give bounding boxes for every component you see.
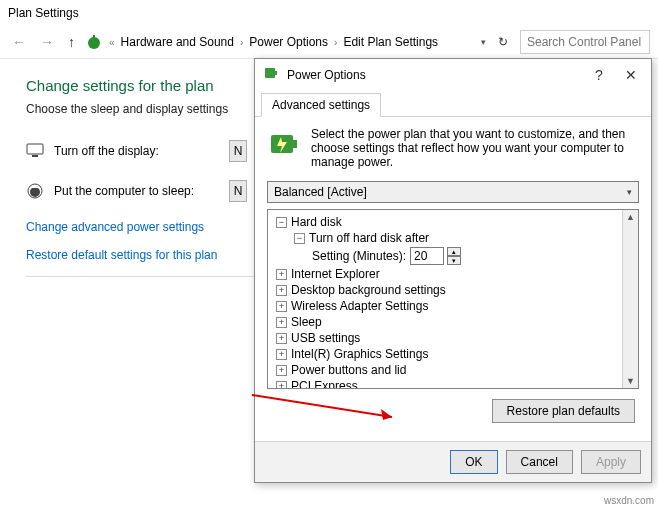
chevron-pre-icon: « (109, 37, 115, 48)
chevron-right-icon: › (240, 37, 243, 48)
scroll-up-icon[interactable]: ▲ (626, 210, 635, 224)
svg-line-9 (252, 395, 392, 417)
expand-icon[interactable]: + (276, 349, 287, 360)
dialog-title: Power Options (287, 68, 579, 82)
expand-icon[interactable]: + (276, 381, 287, 389)
tree-pci[interactable]: PCI Express (291, 379, 358, 388)
tab-bar: Advanced settings (255, 90, 651, 117)
crumb-power[interactable]: Power Options (249, 35, 328, 49)
spin-down-button[interactable]: ▾ (447, 256, 461, 265)
plan-dropdown[interactable]: Balanced [Active] ▾ (267, 181, 639, 203)
tree-wifi[interactable]: Wireless Adapter Settings (291, 299, 428, 313)
dialog-description: Select the power plan that you want to c… (311, 127, 639, 169)
sleep-label: Put the computer to sleep: (54, 184, 219, 198)
help-button[interactable]: ? (587, 67, 611, 83)
battery-large-icon (267, 127, 301, 169)
breadcrumb-dropdown[interactable]: ▾ (481, 37, 486, 47)
power-icon (85, 33, 103, 51)
forward-button[interactable]: → (36, 32, 58, 52)
expand-icon[interactable]: + (276, 365, 287, 376)
expand-icon[interactable]: + (276, 317, 287, 328)
svg-rect-5 (265, 68, 275, 78)
collapse-icon[interactable]: − (276, 217, 287, 228)
minutes-input[interactable]: 20 (410, 247, 444, 265)
breadcrumb: « Hardware and Sound › Power Options › E… (109, 35, 475, 49)
tab-advanced-settings[interactable]: Advanced settings (261, 93, 381, 117)
dialog-footer: OK Cancel Apply (255, 441, 651, 482)
svg-rect-3 (32, 155, 38, 157)
tree-sleep[interactable]: Sleep (291, 315, 322, 329)
close-button[interactable]: ✕ (619, 67, 643, 83)
expand-icon[interactable]: + (276, 333, 287, 344)
search-input[interactable] (520, 30, 650, 54)
tree-scrollbar[interactable]: ▲ ▼ (622, 210, 638, 388)
scroll-down-icon[interactable]: ▼ (626, 374, 635, 388)
window-title: Plan Settings (0, 0, 658, 26)
sleep-icon (26, 182, 44, 200)
expand-icon[interactable]: + (276, 285, 287, 296)
cancel-button[interactable]: Cancel (506, 450, 573, 474)
ok-button[interactable]: OK (450, 450, 497, 474)
tree-intel[interactable]: Intel(R) Graphics Settings (291, 347, 428, 361)
spin-up-button[interactable]: ▴ (447, 247, 461, 256)
display-icon (26, 142, 44, 160)
tree-ie[interactable]: Internet Explorer (291, 267, 380, 281)
plan-selected-value: Balanced [Active] (274, 185, 367, 199)
svg-rect-8 (293, 140, 297, 148)
sleep-dropdown[interactable]: N (229, 180, 247, 202)
setting-label: Setting (Minutes): (312, 249, 406, 263)
battery-icon (263, 65, 279, 84)
tree-turn-off[interactable]: Turn off hard disk after (309, 231, 429, 245)
tree-usb[interactable]: USB settings (291, 331, 360, 345)
display-dropdown[interactable]: N (229, 140, 247, 162)
svg-marker-10 (381, 409, 392, 420)
collapse-icon[interactable]: − (294, 233, 305, 244)
tree-hard-disk[interactable]: Hard disk (291, 215, 342, 229)
display-label: Turn off the display: (54, 144, 219, 158)
tree-desktop[interactable]: Desktop background settings (291, 283, 446, 297)
expand-icon[interactable]: + (276, 269, 287, 280)
svg-rect-2 (27, 144, 43, 154)
apply-button[interactable]: Apply (581, 450, 641, 474)
chevron-down-icon: ▾ (627, 187, 632, 197)
expand-icon[interactable]: + (276, 301, 287, 312)
refresh-button[interactable]: ↻ (492, 35, 514, 49)
restore-plan-defaults-button[interactable]: Restore plan defaults (492, 399, 635, 423)
dialog-titlebar: Power Options ? ✕ (255, 59, 651, 90)
crumb-hardware[interactable]: Hardware and Sound (121, 35, 234, 49)
crumb-edit[interactable]: Edit Plan Settings (343, 35, 438, 49)
toolbar: ← → ↑ « Hardware and Sound › Power Optio… (0, 26, 658, 59)
power-options-dialog: Power Options ? ✕ Advanced settings Sele… (254, 58, 652, 483)
settings-tree: −Hard disk −Turn off hard disk after Set… (268, 210, 622, 388)
chevron-right-icon: › (334, 37, 337, 48)
tree-power-buttons[interactable]: Power buttons and lid (291, 363, 406, 377)
back-button[interactable]: ← (8, 32, 30, 52)
up-button[interactable]: ↑ (64, 32, 79, 52)
annotation-arrow (247, 387, 407, 427)
svg-rect-6 (275, 71, 277, 75)
watermark: wsxdn.com (604, 495, 654, 506)
svg-rect-1 (93, 35, 95, 41)
